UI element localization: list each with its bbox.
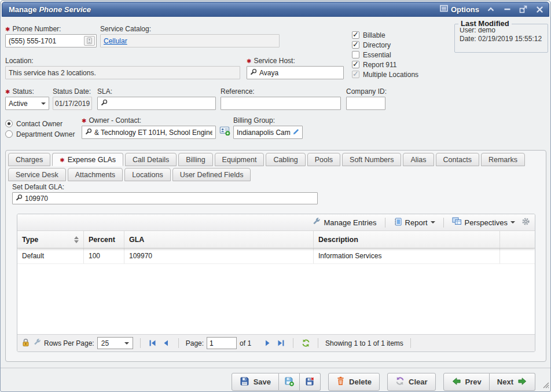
column-header-gla[interactable]: GLA [124,231,314,248]
tab-expense-glas[interactable]: Expense GLAs [52,153,123,166]
service-catalog-link[interactable]: Cellular [104,37,127,45]
view-contact-card-icon[interactable] [219,126,230,135]
billing-group-field[interactable]: Indianapolis Campus [233,126,303,139]
reference-input[interactable] [221,97,341,110]
status-select[interactable]: Active [5,97,49,110]
sla-search-field[interactable] [97,97,216,110]
department-owner-radio-row: Department Owner [5,129,75,139]
company-id-input[interactable] [346,97,385,110]
tab-pools[interactable]: Pools [307,153,340,166]
resize-grip[interactable] [543,382,549,390]
search-icon [101,99,108,108]
company-id-label: Company ID: [346,87,385,96]
tab-soft-numbers[interactable]: Soft Numbers [342,153,401,166]
sla-input[interactable] [110,97,212,109]
owner-contact-input[interactable] [94,126,212,138]
tab-equipment[interactable]: Equipment [215,153,265,166]
column-header-type[interactable]: Type [17,231,84,248]
tab-cabling[interactable]: Cabling [266,153,305,166]
options-list-icon [440,5,448,14]
rows-per-page-select[interactable]: 25 [97,337,133,349]
multiple-locations-checkbox [352,71,359,78]
set-default-gla-search-field[interactable] [12,192,318,204]
next-label: Next [497,378,513,386]
report-911-checkbox[interactable] [352,61,359,68]
tab-remarks[interactable]: Remarks [481,153,525,166]
clear-button[interactable]: Clear [387,373,436,391]
save-and-new-button[interactable] [279,373,300,391]
save-button[interactable]: Save [232,373,279,391]
wrench-icon[interactable] [33,338,41,348]
popout-icon[interactable] [519,5,528,14]
tab-alias[interactable]: Alias [403,153,434,166]
sort-icon[interactable] [74,234,79,246]
directory-checkbox[interactable] [352,41,359,49]
refresh-icon[interactable] [300,338,311,349]
window-title: ManagePhone Service [9,5,91,14]
phone-directory-icon[interactable] [84,36,95,46]
last-modified-date: Date: 02/19/2019 15:55:12 [460,35,543,43]
prev-label: Prev [465,378,482,386]
page-number-input[interactable] [207,337,237,349]
footer-button-bar: Save Delete Clear Prev Next [232,373,535,391]
department-owner-radio[interactable] [5,130,13,138]
grid-settings-button[interactable] [521,217,530,228]
billing-group-value: Indianapolis Campus [237,129,291,137]
next-button[interactable]: Next [490,373,535,391]
next-page-button[interactable] [262,338,273,349]
manage-entries-label: Manage Entries [324,218,376,227]
contact-owner-radio-row: Contact Owner [5,119,75,129]
tab-contacts[interactable]: Contacts [436,153,479,166]
billing-group-label: Billing Group: [233,116,303,124]
column-header-description[interactable]: Description [314,231,500,248]
phone-number-group: Phone Number: [5,25,97,47]
prev-page-button[interactable] [161,338,171,349]
edit-pencil-icon[interactable] [293,129,299,137]
tab-call-details[interactable]: Call Details [125,153,177,166]
last-page-button[interactable] [276,338,286,349]
tab-billing[interactable]: Billing [178,153,212,166]
owner-contact-search-field[interactable] [82,126,216,139]
phone-number-input[interactable] [5,34,97,47]
tab-charges[interactable]: Charges [8,153,50,166]
essential-label: Essential [363,51,391,59]
footer-divider [1,368,550,368]
column-header-percent[interactable]: Percent [84,231,124,248]
tab-locations[interactable]: Locations [124,168,171,181]
grid-body: Default 100 109970 Information Services [17,248,535,334]
service-host-label: Service Host: [247,57,344,65]
prev-button[interactable]: Prev [443,373,490,391]
department-owner-label: Department Owner [16,130,75,138]
delete-label: Delete [349,378,372,386]
first-page-button[interactable] [148,338,158,349]
lock-icon[interactable] [21,338,30,349]
set-default-gla-input[interactable] [25,193,314,204]
save-and-close-button[interactable] [300,373,321,391]
tab-service-desk[interactable]: Service Desk [8,168,66,181]
billable-checkbox[interactable] [352,31,359,39]
tab-user-defined-fields[interactable]: User Defined Fields [172,168,251,181]
tab-attachments[interactable]: Attachments [68,168,123,181]
perspectives-button[interactable]: Perspectives [452,217,515,228]
cell-filler [500,248,535,263]
reference-label: Reference: [221,87,341,96]
chevron-down-icon [41,102,46,107]
service-host-search-field[interactable] [247,66,344,79]
minimize-icon[interactable] [502,5,512,14]
options-button[interactable]: Options [440,5,479,14]
last-modified-title: Last Modified [458,19,512,28]
pager-divider [140,338,141,348]
chevron-down-icon [431,221,435,226]
collapse-icon[interactable] [486,5,495,14]
delete-button[interactable]: Delete [328,373,380,391]
save-and-new-icon [284,376,294,388]
essential-checkbox[interactable] [352,51,359,58]
contact-owner-radio[interactable] [5,120,13,127]
tab-strip: Charges Expense GLAs Call Details Billin… [8,153,543,181]
close-icon[interactable] [535,5,544,14]
service-host-input[interactable] [259,67,340,79]
manage-entries-button[interactable]: Manage Entries [312,217,376,228]
report-button[interactable]: Report [394,217,435,228]
report-911-label: Report 911 [363,61,396,69]
table-row[interactable]: Default 100 109970 Information Services [17,248,535,264]
